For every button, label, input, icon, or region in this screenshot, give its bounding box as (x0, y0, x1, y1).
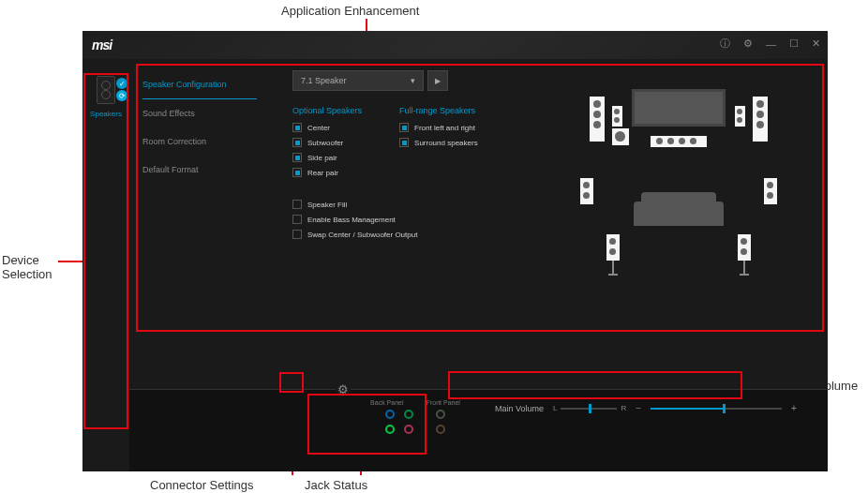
diagram-rear-right (738, 234, 751, 261)
diagram-sofa (641, 192, 716, 226)
brand-logo: msi (92, 37, 112, 52)
jack-back-3[interactable] (385, 425, 395, 434)
checkbox-surround[interactable]: Surround speakers (399, 138, 478, 147)
nav-default-format[interactable]: Default Format (142, 156, 257, 184)
checkbox-bass-management[interactable]: Enable Bass Management (292, 215, 527, 224)
close-icon[interactable]: ✕ (812, 37, 820, 50)
volume-plus[interactable]: + (791, 403, 797, 413)
diagram-rear-left (606, 234, 620, 261)
device-check-icon: ⟳ (116, 90, 127, 101)
minimize-icon[interactable]: — (766, 38, 776, 50)
jack-back-4[interactable] (404, 425, 413, 434)
nav-speaker-configuration[interactable]: Speaker Configuration (142, 70, 257, 99)
back-panel-label: Back Panel (370, 399, 403, 406)
dropdown-value: 7.1 Speaker (301, 76, 347, 85)
speaker-config-dropdown[interactable]: 7.1 Speaker ▾ (292, 70, 424, 91)
diagram-small-right (735, 106, 745, 127)
diagram-small-left (612, 106, 622, 127)
jack-back-2[interactable] (404, 410, 413, 419)
checkbox-subwoofer[interactable]: Subwoofer (292, 138, 362, 147)
main-volume-panel: Main Volume L R − + (495, 403, 797, 413)
optional-speakers-header: Optional Speakers (292, 106, 362, 115)
checkbox-front-lr[interactable]: Front left and right (399, 123, 478, 132)
diagram-side-right (764, 178, 777, 204)
annotation-connector-settings: Connector Settings (150, 478, 254, 492)
diagram-side-left (580, 178, 593, 204)
speaker-device-icon (97, 76, 115, 104)
annotation-jack-status: Jack Status (305, 478, 367, 492)
nav-sound-effects[interactable]: Sound Effects (142, 99, 257, 127)
annotation-device-selection: Device Selection (2, 253, 52, 281)
jack-front-1[interactable] (436, 410, 445, 419)
diagram-tv (632, 89, 726, 127)
titlebar: msi ⓘ ⚙ — ☐ ✕ (82, 31, 828, 59)
checkbox-swap-center-sub[interactable]: Swap Center / Subwoofer Output (292, 230, 527, 239)
nav-room-correction[interactable]: Room Correction (142, 127, 257, 156)
maximize-icon[interactable]: ☐ (789, 37, 799, 50)
volume-label: Main Volume (495, 404, 544, 413)
diagram-front-right (753, 97, 768, 142)
connector-settings-button[interactable]: ⚙ (336, 381, 351, 396)
device-sidebar: Speakers ✓ ⟳ (82, 59, 129, 471)
volume-slider[interactable] (651, 408, 782, 410)
diagram-front-left (590, 97, 605, 142)
checkbox-rear-pair[interactable]: Rear pair (292, 168, 362, 177)
balance-left-label: L (553, 404, 557, 412)
diagram-center-speaker (651, 136, 707, 147)
info-icon[interactable]: ⓘ (720, 37, 730, 51)
jack-status-panel: Back Panel Front Panel (359, 399, 471, 434)
bottom-panel: ⚙ Back Panel Front Panel (129, 389, 828, 471)
balance-right-label: R (621, 404, 626, 412)
app-window: msi ⓘ ⚙ — ☐ ✕ Speakers ✓ ⟳ Speaker Confi… (82, 31, 828, 471)
checkbox-side-pair[interactable]: Side pair (292, 153, 362, 162)
settings-icon[interactable]: ⚙ (743, 37, 753, 50)
test-play-button[interactable]: ▶ (427, 70, 448, 91)
fullrange-speakers-header: Full-range Speakers (399, 106, 478, 115)
device-label: Speakers (90, 110, 122, 118)
checkbox-center[interactable]: Center (292, 123, 362, 132)
device-check-icon: ✓ (116, 78, 127, 89)
checkbox-speaker-fill[interactable]: Speaker Fill (292, 200, 527, 209)
chevron-down-icon: ▾ (411, 76, 415, 85)
jack-back-1[interactable] (385, 410, 395, 419)
balance-slider[interactable] (561, 408, 617, 410)
volume-minus[interactable]: − (636, 403, 641, 413)
annotation-line (58, 261, 82, 262)
settings-nav: Speaker Configuration Sound Effects Room… (142, 70, 264, 381)
annotation-app-enhancement: Application Enhancement (281, 4, 419, 18)
jack-front-2[interactable] (436, 425, 445, 434)
speaker-layout-diagram (527, 70, 815, 381)
front-panel-label: Front Panel (427, 399, 460, 406)
diagram-subwoofer (612, 128, 629, 145)
